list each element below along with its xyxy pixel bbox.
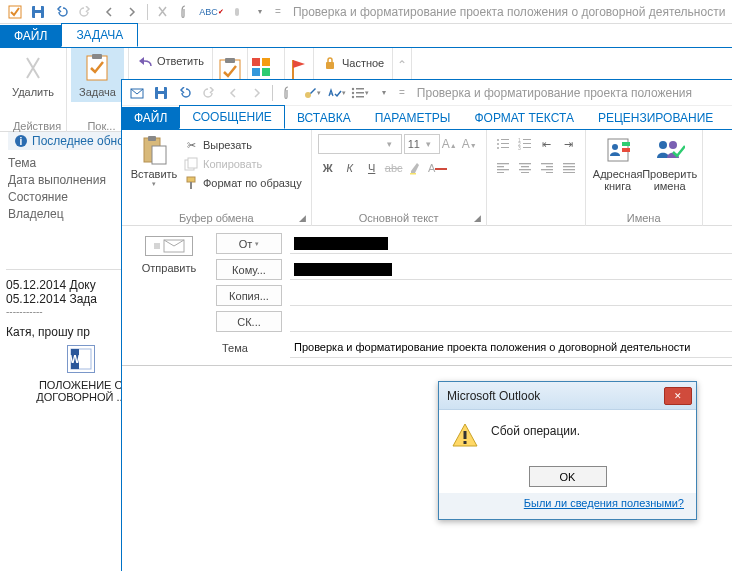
qat-customize-icon[interactable]: ▾: [250, 2, 271, 22]
from-button[interactable]: От ▾: [216, 233, 282, 254]
next-icon[interactable]: [246, 83, 268, 103]
format-painter-button[interactable]: Формат по образцу: [180, 174, 305, 192]
align-right-button[interactable]: [537, 158, 557, 178]
inner-tab-message[interactable]: СООБЩЕНИЕ: [179, 105, 285, 129]
svg-rect-48: [523, 139, 531, 140]
cut-button[interactable]: ✂Вырезать: [180, 136, 305, 154]
inner-tab-insert[interactable]: ВСТАВКА: [285, 107, 363, 129]
next-icon[interactable]: [121, 2, 142, 22]
italic-button[interactable]: К: [340, 158, 360, 178]
cc-button[interactable]: Копия...: [216, 285, 282, 306]
inner-tab-format[interactable]: ФОРМАТ ТЕКСТА: [462, 107, 585, 129]
svg-rect-53: [497, 163, 509, 164]
cc-field[interactable]: [290, 285, 732, 306]
reply-label: Ответить: [157, 55, 204, 67]
strike-button[interactable]: abc: [384, 158, 404, 178]
basic-text-group-label: Основной текст: [312, 212, 486, 224]
dialog-titlebar[interactable]: Microsoft Outlook ✕: [439, 382, 696, 410]
copy-button[interactable]: Копировать: [180, 155, 305, 173]
align-center-button[interactable]: [515, 158, 535, 178]
attachment-name: ПОЛОЖЕНИЕ О: [39, 379, 123, 391]
numbering-button[interactable]: 123: [515, 134, 535, 154]
address-book-label: Адресная: [593, 168, 643, 180]
attach-icon[interactable]: [175, 2, 196, 22]
bullets-button[interactable]: [493, 134, 513, 154]
svg-rect-4: [235, 8, 239, 16]
underline-button[interactable]: Ч: [362, 158, 382, 178]
signature-icon[interactable]: ▾: [301, 83, 323, 103]
shrink-font-icon[interactable]: A▼: [462, 137, 480, 151]
svg-rect-65: [563, 163, 575, 164]
app-icon: [126, 83, 148, 103]
outer-tab-file[interactable]: ФАЙЛ: [0, 25, 61, 47]
save-icon[interactable]: [27, 2, 48, 22]
decrease-indent-button[interactable]: ⇤: [537, 134, 557, 154]
svg-point-29: [352, 91, 354, 93]
dialog-launcher-icon[interactable]: ◢: [299, 213, 309, 223]
bold-button[interactable]: Ж: [318, 158, 338, 178]
collapse-ribbon-icon[interactable]: ⌃: [397, 58, 407, 72]
grow-font-icon[interactable]: A▲: [442, 137, 460, 151]
bcc-button[interactable]: СК...: [216, 311, 282, 332]
redo-icon[interactable]: [74, 2, 95, 22]
previous-icon[interactable]: [98, 2, 119, 22]
separator: [272, 85, 273, 101]
svg-point-41: [497, 139, 499, 141]
word-document-icon[interactable]: W: [67, 345, 95, 373]
attach-icon[interactable]: [277, 83, 299, 103]
ok-button[interactable]: OK: [529, 466, 607, 487]
svg-rect-46: [501, 147, 509, 148]
group-actions-label: Действия: [4, 120, 70, 132]
font-size-combo[interactable]: 11▾: [404, 134, 440, 154]
outer-tab-task[interactable]: ЗАДАЧА: [61, 23, 138, 47]
paste-button[interactable]: Вставить ▾: [128, 134, 180, 188]
svg-rect-39: [190, 182, 192, 189]
task-view-button[interactable]: Задача: [71, 48, 124, 102]
save-icon[interactable]: [150, 83, 172, 103]
inner-tab-file[interactable]: ФАЙЛ: [122, 107, 179, 129]
subject-field[interactable]: [290, 337, 732, 358]
to-field[interactable]: [290, 259, 732, 280]
from-value: [290, 233, 732, 254]
private-button[interactable]: Частное: [318, 54, 388, 72]
ribbon-divider-icon: =: [275, 6, 281, 17]
to-button[interactable]: Кому...: [216, 259, 282, 280]
address-book-button[interactable]: Адресная книга: [592, 134, 644, 192]
delete-small-icon[interactable]: [152, 2, 173, 22]
help-link[interactable]: Были ли сведения полезными?: [524, 497, 684, 509]
redo-icon[interactable]: [198, 83, 220, 103]
task-complete-icon[interactable]: [4, 2, 25, 22]
spellcheck-icon[interactable]: ABC✔: [199, 2, 224, 22]
reply-button[interactable]: Ответить: [133, 52, 208, 70]
qat-customize-icon[interactable]: ▾: [373, 83, 395, 103]
inner-tab-review[interactable]: РЕЦЕНЗИРОВАНИЕ: [586, 107, 725, 129]
font-family-combo[interactable]: ▾: [318, 134, 402, 154]
attachment-name: ДОГОВОРНОЙ ...: [36, 391, 125, 403]
undo-icon[interactable]: [174, 83, 196, 103]
check-names-button[interactable]: Проверить имена: [644, 134, 696, 192]
format-painter-label: Формат по образцу: [203, 177, 302, 189]
justify-button[interactable]: [559, 158, 579, 178]
spellcheck-icon[interactable]: ▾: [325, 83, 347, 103]
highlight-button[interactable]: [406, 158, 426, 178]
outer-window-title: Проверка и форматирование проекта положе…: [293, 5, 728, 19]
previous-icon[interactable]: [222, 83, 244, 103]
send-button[interactable]: Отправить: [142, 262, 197, 274]
dialog-launcher-icon[interactable]: ◢: [474, 213, 484, 223]
svg-rect-25: [158, 87, 164, 91]
svg-rect-54: [497, 166, 504, 167]
ribbon-divider-icon: =: [399, 87, 405, 98]
inner-tab-options[interactable]: ПАРАМЕТРЫ: [363, 107, 463, 129]
subject-input[interactable]: [294, 341, 728, 353]
touch-mode-icon[interactable]: [226, 2, 247, 22]
bcc-field[interactable]: [290, 311, 732, 332]
inner-ribbon-tabs: ФАЙЛ СООБЩЕНИЕ ВСТАВКА ПАРАМЕТРЫ ФОРМАТ …: [122, 106, 732, 130]
svg-rect-12: [262, 68, 270, 76]
bullets-icon[interactable]: ▾: [349, 83, 371, 103]
font-color-button[interactable]: A: [428, 158, 448, 178]
close-button[interactable]: ✕: [664, 387, 692, 405]
increase-indent-button[interactable]: ⇥: [559, 134, 579, 154]
undo-icon[interactable]: [51, 2, 72, 22]
delete-button[interactable]: Удалить: [4, 48, 62, 102]
align-left-button[interactable]: [493, 158, 513, 178]
